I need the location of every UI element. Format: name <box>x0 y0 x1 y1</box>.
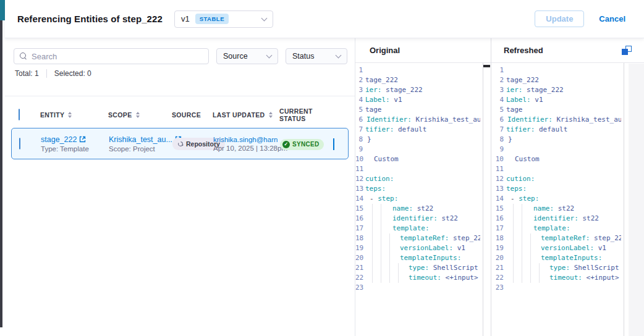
line-number: 14 <box>355 194 365 204</box>
indent-guide <box>522 204 522 214</box>
editor-border <box>483 63 483 336</box>
indent-guide <box>522 273 522 283</box>
code-line: 14- step: <box>355 194 491 204</box>
indent-guide <box>389 263 390 273</box>
status-filter-label: Status <box>292 52 314 61</box>
line-number: 22 <box>491 273 506 283</box>
indent-guide <box>522 253 522 263</box>
entity-name-link[interactable]: stage_222 <box>41 135 77 144</box>
code-line: 15name: st22 <box>491 204 644 214</box>
line-number: 12 <box>355 174 365 184</box>
line-number: 14 <box>491 194 506 204</box>
code-line: 21type: ShellScript <box>355 263 491 273</box>
line-number: 2 <box>491 75 506 85</box>
column-header-scope[interactable]: SCOPE <box>108 111 172 119</box>
code-line: 21type: ShellScript <box>491 263 644 273</box>
code-line: 20templateInputs: <box>491 253 644 263</box>
select-all-checkbox[interactable] <box>19 109 20 120</box>
chevron-right-icon[interactable] <box>333 138 334 150</box>
indent-guide <box>389 243 390 253</box>
column-header-entity[interactable]: ENTITY <box>40 111 108 119</box>
source-filter-dropdown[interactable]: Source <box>216 48 278 64</box>
line-content: name: st22 <box>365 204 480 214</box>
column-header-last-updated[interactable]: LAST UPDATED <box>213 111 279 119</box>
code-line: 6Identifier: Krishika_test_aut <box>491 115 644 125</box>
indent-guide <box>381 214 381 224</box>
line-content <box>365 283 480 293</box>
line-number: 2 <box>355 75 365 85</box>
line-number: 6 <box>491 115 506 125</box>
code-line: 16identifier: st22 <box>491 214 644 224</box>
code-line: 11 <box>355 164 491 174</box>
indent-guide <box>381 253 381 263</box>
search-box[interactable] <box>14 48 209 64</box>
status-filter-dropdown[interactable]: Status <box>286 48 347 64</box>
entities-list-section: Source Status Total: 1 Selected: 0 ENTIT… <box>5 38 355 336</box>
scope-name-link[interactable]: Krishika_test_au... <box>109 135 172 144</box>
indent-guide <box>522 214 522 224</box>
indent-guide <box>522 263 522 273</box>
code-line: 5tage <box>491 105 644 115</box>
line-number: 23 <box>355 283 365 293</box>
code-line: 14- step: <box>491 194 644 204</box>
code-line: 6Identifier: Krishika_test_aut <box>355 115 491 125</box>
line-number: 13 <box>355 184 365 194</box>
code-line: 17template: <box>355 224 491 233</box>
column-header-source: SOURCE <box>172 111 213 119</box>
table-row[interactable]: stage_222 Type: Template Krishika_test_a… <box>11 128 349 159</box>
entity-type: Type: Template <box>41 145 109 153</box>
background-page-teal-edge <box>0 0 5 20</box>
last-updated-by-link[interactable]: krishika.singh@harnes... <box>213 136 278 143</box>
copy-icon[interactable] <box>622 46 632 56</box>
scope-sub: Scope: Project <box>109 145 172 153</box>
search-input[interactable] <box>32 52 203 61</box>
code-line: 18templateRef: step_222 <box>491 233 644 243</box>
stable-badge: STABLE <box>195 14 229 24</box>
indent-guide <box>372 204 373 214</box>
line-content: tage <box>365 105 480 115</box>
line-number: 8 <box>355 135 365 145</box>
line-content: cution: <box>365 174 480 184</box>
code-line: 13teps: <box>355 184 491 194</box>
line-content: ier: stage_222 <box>506 85 621 95</box>
indent-guide <box>513 243 514 253</box>
code-line: 18templateRef: step_222 <box>355 233 491 243</box>
row-checkbox[interactable] <box>19 138 20 149</box>
indent-guide <box>372 273 373 283</box>
code-line: 22timeout: <+input> <box>491 273 644 283</box>
refreshed-code-editor[interactable]: 12tage_2223ier: stage_2224Label: v15tage… <box>491 63 644 336</box>
horizontal-scrollbar-thumb[interactable] <box>483 65 490 67</box>
repository-icon <box>177 141 184 147</box>
code-line: 10Custom <box>355 154 491 164</box>
code-line: 23 <box>491 283 644 293</box>
line-number: 6 <box>355 115 365 125</box>
section-divider <box>5 96 355 96</box>
code-line: 19versionLabel: v1 <box>355 243 491 253</box>
line-number: 19 <box>491 243 506 253</box>
line-content: timeout: <+input> <box>506 273 621 283</box>
cancel-button[interactable]: Cancel <box>599 14 625 23</box>
external-link-icon[interactable] <box>79 136 86 143</box>
original-code-editor[interactable]: 12tage_2223ier: stage_2224Label: v15tage… <box>355 63 491 336</box>
indent-guide <box>522 233 522 243</box>
line-number: 4 <box>491 95 506 105</box>
indent-guide <box>513 214 514 224</box>
original-title: Original <box>370 46 400 55</box>
code-line: 5tage <box>355 105 491 115</box>
version-select[interactable]: v1 STABLE <box>174 10 273 28</box>
indent-guide <box>372 243 373 253</box>
code-line: 9 <box>491 145 644 154</box>
source-filter-label: Source <box>223 52 248 61</box>
update-button[interactable]: Update <box>535 10 584 27</box>
line-number: 11 <box>355 164 365 174</box>
line-number: 8 <box>491 135 506 145</box>
line-content: Identifier: Krishika_test_aut <box>365 115 480 125</box>
line-number: 16 <box>491 214 506 224</box>
indent-guide <box>522 224 522 233</box>
indent-guide <box>530 243 531 253</box>
line-number: 23 <box>491 283 506 293</box>
code-line: 15name: st22 <box>355 204 491 214</box>
indent-guide <box>530 263 531 273</box>
code-line: 3ier: stage_222 <box>491 85 644 95</box>
modal-header: Referencing Entities of step_222 v1 STAB… <box>5 0 644 38</box>
